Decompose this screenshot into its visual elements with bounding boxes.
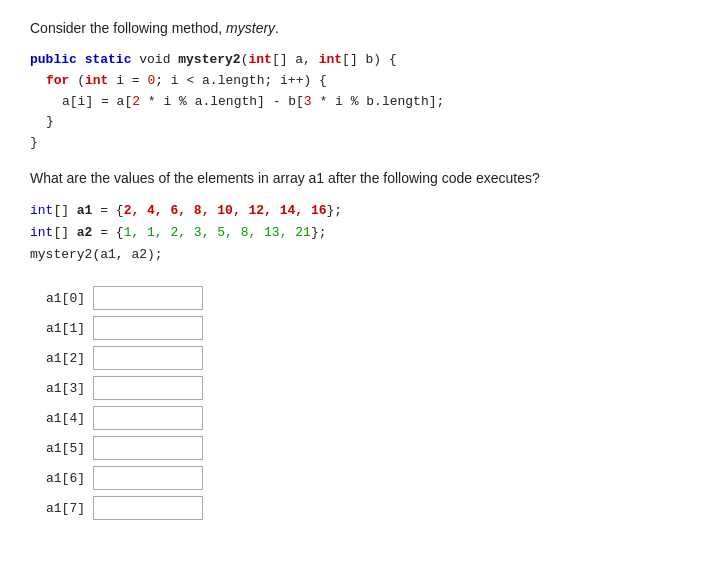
label-a1-5: a1[5] (30, 441, 85, 456)
input-row-2: a1[2] (30, 346, 673, 370)
input-row-1: a1[1] (30, 316, 673, 340)
label-a1-2: a1[2] (30, 351, 85, 366)
answer-code-block: int[] a1 = {2, 4, 6, 8, 10, 12, 14, 16};… (30, 200, 673, 266)
input-row-0: a1[0] (30, 286, 673, 310)
input-row-6: a1[6] (30, 466, 673, 490)
input-row-3: a1[3] (30, 376, 673, 400)
input-row-5: a1[5] (30, 436, 673, 460)
label-a1-4: a1[4] (30, 411, 85, 426)
label-a1-3: a1[3] (30, 381, 85, 396)
input-a1-2[interactable] (93, 346, 203, 370)
input-a1-1[interactable] (93, 316, 203, 340)
question-text: What are the values of the elements in a… (30, 170, 673, 186)
input-a1-6[interactable] (93, 466, 203, 490)
input-a1-7[interactable] (93, 496, 203, 520)
inputs-section: a1[0] a1[1] a1[2] a1[3] a1[4] a1[5] a1[6… (30, 286, 673, 520)
input-row-4: a1[4] (30, 406, 673, 430)
input-a1-5[interactable] (93, 436, 203, 460)
method-code-block: public static void mystery2(int[] a, int… (30, 50, 673, 154)
label-a1-7: a1[7] (30, 501, 85, 516)
input-row-7: a1[7] (30, 496, 673, 520)
intro-text: Consider the following method, mystery. (30, 20, 673, 36)
label-a1-1: a1[1] (30, 321, 85, 336)
input-a1-0[interactable] (93, 286, 203, 310)
label-a1-6: a1[6] (30, 471, 85, 486)
input-a1-4[interactable] (93, 406, 203, 430)
label-a1-0: a1[0] (30, 291, 85, 306)
input-a1-3[interactable] (93, 376, 203, 400)
